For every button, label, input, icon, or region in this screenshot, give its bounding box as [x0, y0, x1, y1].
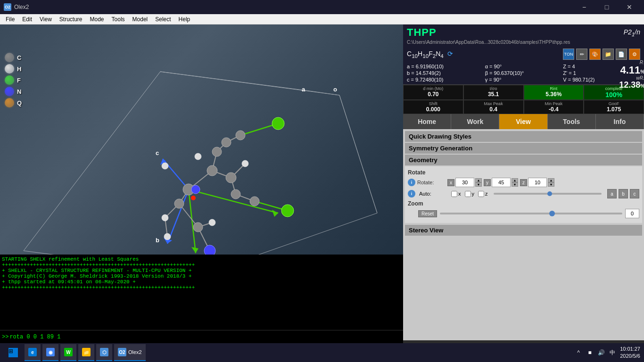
menu-item-structure[interactable]: Structure	[56, 14, 86, 25]
rotate-z-down[interactable]: ▼	[548, 182, 554, 187]
toolbar-icon-pencil[interactable]: ✏	[576, 49, 587, 60]
auto-row: i Auto: x y z	[408, 189, 639, 198]
taskbar-network-icon[interactable]: ■	[586, 349, 594, 356]
auto-y-checkbox[interactable]	[465, 191, 471, 197]
rotate-info-icon[interactable]: i	[408, 179, 415, 186]
menu-item-edit[interactable]: Edit	[18, 14, 36, 25]
rotate-y-spin: ▲ ▼	[512, 178, 518, 187]
auto-info-icon[interactable]: i	[408, 190, 415, 197]
svg-line-26	[165, 218, 167, 237]
nav-tab-info[interactable]: Info	[596, 114, 644, 129]
maximize-button[interactable]: □	[596, 0, 618, 14]
taskbar: ⊞e◉W📁⬡O2Olex2 ^ ■ 🔊 中 10:01:272020/5/6	[0, 343, 644, 362]
b-btn[interactable]: b	[619, 189, 628, 198]
console-output: STARTING SHELX refinement with Least Squ…	[0, 255, 403, 330]
taskbar-volume-icon[interactable]: 🔊	[597, 349, 605, 356]
taskbar-chevron-icon[interactable]: ^	[575, 349, 582, 356]
menu-item-view[interactable]: View	[36, 14, 56, 25]
taskbar-app-icon-chrome: ◉	[46, 348, 55, 356]
atom-entry-n: N	[5, 87, 22, 96]
auto-slider-thumb[interactable]	[547, 191, 552, 196]
rotate-z-spin: ▲ ▼	[548, 178, 554, 187]
toolbar-icon-settings[interactable]: ⚙	[629, 49, 640, 60]
nav-tab-tools[interactable]: Tools	[548, 114, 596, 129]
taskbar-app-wechat[interactable]: W	[60, 344, 76, 361]
stat-a: a = 6.91960(10)	[407, 64, 484, 69]
taskbar-app-olex2app[interactable]: O2Olex2	[114, 344, 146, 361]
clock-date: 2020/5/6	[620, 353, 640, 360]
auto-x-label: x	[458, 191, 461, 197]
svg-line-7	[339, 95, 377, 213]
taskbar-app-chrome[interactable]: ◉	[42, 344, 58, 361]
zoom-reset-button[interactable]: Reset	[418, 210, 437, 217]
rotate-y-down[interactable]: ▼	[512, 182, 518, 187]
rotate-z-input[interactable]	[528, 178, 547, 187]
console-input[interactable]	[9, 334, 401, 340]
stereo-header[interactable]: Stereo View	[405, 225, 642, 236]
console-input-row: >>	[0, 330, 403, 343]
auto-slider[interactable]	[494, 193, 602, 195]
nav-tab-work[interactable]: Work	[451, 114, 499, 129]
menu-item-mode[interactable]: Mode	[86, 14, 108, 25]
symmetry-header[interactable]: Symmetry Generation	[405, 143, 642, 154]
rotate-x-btn[interactable]: x	[447, 179, 454, 186]
nav-tab-home[interactable]: Home	[403, 114, 451, 129]
taskbar-ime-icon[interactable]: 中	[609, 349, 616, 356]
taskbar-app-icon-wechat: W	[64, 348, 73, 356]
svg-marker-11	[160, 159, 166, 165]
taskbar-app-edge[interactable]: e	[25, 344, 41, 361]
menu-item-select[interactable]: Select	[151, 14, 174, 25]
toolbar-icon-folder[interactable]: 📁	[603, 49, 614, 60]
toolbar-icon-paint[interactable]: 🎨	[589, 49, 601, 60]
svg-point-37	[231, 189, 240, 199]
axis-c-label: c	[156, 149, 159, 156]
zoom-slider[interactable]	[440, 213, 622, 214]
svg-line-16	[189, 171, 212, 189]
minimize-button[interactable]: −	[573, 0, 595, 14]
rotate-y-up[interactable]: ▲	[512, 178, 518, 182]
rotate-y-input[interactable]	[492, 178, 511, 187]
atom-sphere-n	[5, 87, 14, 96]
auto-y-label: y	[472, 191, 475, 197]
svg-point-43	[250, 197, 259, 206]
geometry-header[interactable]: Geometry	[405, 155, 642, 165]
rotate-x-up[interactable]: ▲	[475, 178, 482, 182]
toolbar-icon-ton[interactable]: TON	[563, 49, 574, 60]
nav-tab-view[interactable]: View	[499, 114, 547, 129]
header-area: THPP P21/n C:\Users\Administrator\AppDat…	[403, 25, 644, 47]
close-button[interactable]: ✕	[619, 0, 640, 14]
svg-marker-15	[191, 247, 198, 253]
svg-line-12	[189, 189, 278, 213]
auto-z-group: z	[478, 191, 488, 197]
taskbar-app-folder[interactable]: 📁	[78, 344, 94, 361]
zoom-controls-row: i Reset 0	[408, 209, 639, 218]
stat-beta: β = 90.6370(10)°	[485, 70, 562, 76]
clock[interactable]: 10:01:272020/5/6	[620, 346, 640, 360]
taskbar-app-chemistry[interactable]: ⬡	[96, 344, 112, 361]
quick-drawing-header[interactable]: Quick Drawing Styles	[405, 131, 642, 142]
svg-line-8	[167, 189, 189, 244]
start-button[interactable]: ⊞	[4, 344, 23, 361]
rotate-x-down[interactable]: ▼	[475, 182, 482, 187]
rotate-z-up[interactable]: ▲	[548, 178, 554, 182]
auto-z-checkbox[interactable]	[478, 191, 484, 197]
a-btn[interactable]: a	[607, 189, 617, 198]
menu-item-model[interactable]: Model	[129, 14, 152, 25]
console-line: STARTING SHELX refinement with Least Squ…	[2, 256, 401, 262]
zoom-thumb[interactable]	[549, 211, 555, 216]
rotate-x-row: i Rotate: x ▲ ▼ y ▲	[408, 178, 639, 187]
molecule-display	[0, 25, 403, 279]
menu-item-file[interactable]: File	[2, 14, 18, 25]
formula-refresh-icon[interactable]: ⟳	[447, 50, 453, 58]
auto-x-checkbox[interactable]	[451, 191, 457, 197]
content-area[interactable]: Quick Drawing Styles Symmetry Generation…	[403, 129, 644, 340]
rotate-x-input[interactable]	[455, 178, 474, 187]
menu-item-help[interactable]: Help	[175, 14, 194, 25]
c-btn[interactable]: c	[630, 189, 639, 198]
zoom-label: Zoom	[408, 200, 427, 207]
toolbar-icon-doc[interactable]: 📄	[616, 49, 627, 60]
menu-item-tools[interactable]: Tools	[108, 14, 129, 25]
rotate-y-btn[interactable]: y	[484, 179, 491, 186]
console-line: + thpp started at 09:45:01 on 06-May-202…	[2, 279, 401, 285]
rotate-z-btn[interactable]: z	[520, 179, 527, 186]
